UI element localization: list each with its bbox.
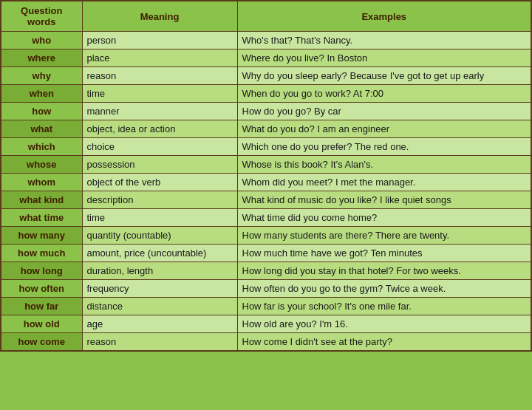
meaning-cell: reason [82, 333, 237, 352]
table-row: how manyquantity (countable)How many stu… [1, 227, 531, 245]
question-word-cell: how come [1, 333, 82, 352]
meaning-cell: possession [82, 156, 237, 174]
meaning-cell: description [82, 191, 237, 209]
meaning-cell: time [82, 209, 237, 227]
example-cell: Why do you sleep early? Because I've got… [237, 67, 531, 85]
table-row: how oldageHow old are you? I'm 16. [1, 315, 531, 333]
question-word-cell: what kind [1, 191, 82, 209]
question-word-cell: how far [1, 298, 82, 315]
question-word-cell: whose [1, 156, 82, 174]
example-cell: What do you do? I am an engineer [237, 120, 531, 138]
table-row: whentimeWhen do you go to work? At 7:00 [1, 85, 531, 103]
table-row: whyreasonWhy do you sleep early? Because… [1, 67, 531, 85]
example-cell: Which one do you prefer? The red one. [237, 138, 531, 156]
question-word-cell: how long [1, 262, 82, 280]
meaning-cell: amount, price (uncountable) [82, 245, 237, 262]
meaning-cell: age [82, 315, 237, 333]
meaning-cell: choice [82, 138, 237, 156]
example-cell: How do you go? By car [237, 103, 531, 120]
question-word-cell: whom [1, 174, 82, 191]
table-row: how comereasonHow come I didn't see at t… [1, 333, 531, 352]
question-word-cell: why [1, 67, 82, 85]
meaning-cell: time [82, 85, 237, 103]
question-word-cell: what time [1, 209, 82, 227]
meaning-cell: duration, length [82, 262, 237, 280]
meaning-cell: reason [82, 67, 237, 85]
meaning-cell: object of the verb [82, 174, 237, 191]
example-cell: When do you go to work? At 7:00 [237, 85, 531, 103]
question-word-cell: who [1, 32, 82, 49]
question-word-cell: how [1, 103, 82, 120]
col-header-question-words: Question words [1, 1, 82, 32]
meaning-cell: person [82, 32, 237, 49]
example-cell: Where do you live? In Boston [237, 49, 531, 67]
table-row: how longduration, lengthHow long did you… [1, 262, 531, 280]
meaning-cell: distance [82, 298, 237, 315]
example-cell: How old are you? I'm 16. [237, 315, 531, 333]
question-word-cell: how much [1, 245, 82, 262]
meaning-cell: object, idea or action [82, 120, 237, 138]
table-row: what timetimeWhat time did you come home… [1, 209, 531, 227]
question-word-cell: what [1, 120, 82, 138]
example-cell: Whom did you meet? I met the manager. [237, 174, 531, 191]
meaning-cell: place [82, 49, 237, 67]
table-row: whereplaceWhere do you live? In Boston [1, 49, 531, 67]
example-cell: How often do you go to the gym? Twice a … [237, 280, 531, 298]
example-cell: What time did you come home? [237, 209, 531, 227]
table-row: how fardistanceHow far is your school? I… [1, 298, 531, 315]
table-row: how oftenfrequencyHow often do you go to… [1, 280, 531, 298]
meaning-cell: quantity (countable) [82, 227, 237, 245]
example-cell: How long did you stay in that hotel? For… [237, 262, 531, 280]
table-row: whopersonWho's that? That's Nancy. [1, 32, 531, 49]
example-cell: How come I didn't see at the party? [237, 333, 531, 352]
table-row: how muchamount, price (uncountable)How m… [1, 245, 531, 262]
table-row: what kinddescriptionWhat kind of music d… [1, 191, 531, 209]
col-header-meaning: Meaning [82, 1, 237, 32]
example-cell: What kind of music do you like? I like q… [237, 191, 531, 209]
example-cell: Whose is this book? It's Alan's. [237, 156, 531, 174]
example-cell: How much time have we got? Ten minutes [237, 245, 531, 262]
example-cell: Who's that? That's Nancy. [237, 32, 531, 49]
question-words-table: Question words Meaning Examples whoperso… [0, 0, 532, 352]
table-row: whomobject of the verbWhom did you meet?… [1, 174, 531, 191]
meaning-cell: manner [82, 103, 237, 120]
table-row: whosepossessionWhose is this book? It's … [1, 156, 531, 174]
meaning-cell: frequency [82, 280, 237, 298]
table-row: whatobject, idea or actionWhat do you do… [1, 120, 531, 138]
question-word-cell: how old [1, 315, 82, 333]
question-word-cell: where [1, 49, 82, 67]
question-word-cell: how often [1, 280, 82, 298]
example-cell: How many students are there? There are t… [237, 227, 531, 245]
question-word-cell: when [1, 85, 82, 103]
table-row: howmannerHow do you go? By car [1, 103, 531, 120]
question-word-cell: which [1, 138, 82, 156]
example-cell: How far is your school? It's one mile fa… [237, 298, 531, 315]
col-header-examples: Examples [237, 1, 531, 32]
question-word-cell: how many [1, 227, 82, 245]
table-row: whichchoiceWhich one do you prefer? The … [1, 138, 531, 156]
